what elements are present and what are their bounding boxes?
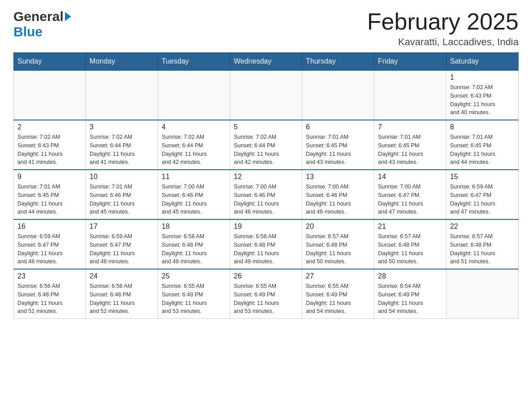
day-number: 7	[378, 123, 442, 131]
day-info: Sunrise: 7:02 AM Sunset: 6:44 PM Dayligh…	[162, 133, 226, 167]
day-number: 4	[162, 123, 226, 131]
table-row: 28Sunrise: 6:54 AM Sunset: 6:49 PM Dayli…	[374, 269, 446, 319]
day-info: Sunrise: 7:02 AM Sunset: 6:44 PM Dayligh…	[234, 133, 298, 167]
day-number: 10	[90, 173, 154, 181]
table-row: 14Sunrise: 7:00 AM Sunset: 6:47 PM Dayli…	[374, 170, 446, 219]
table-row: 16Sunrise: 6:59 AM Sunset: 6:47 PM Dayli…	[14, 219, 86, 269]
table-row: 24Sunrise: 6:56 AM Sunset: 6:48 PM Dayli…	[86, 269, 158, 319]
day-number: 6	[306, 123, 370, 131]
table-row: 2Sunrise: 7:02 AM Sunset: 6:43 PM Daylig…	[14, 120, 86, 170]
day-info: Sunrise: 7:02 AM Sunset: 6:43 PM Dayligh…	[17, 133, 82, 167]
day-info: Sunrise: 7:01 AM Sunset: 6:45 PM Dayligh…	[450, 133, 515, 167]
table-row: 3Sunrise: 7:02 AM Sunset: 6:44 PM Daylig…	[86, 120, 158, 170]
day-number: 9	[17, 173, 82, 181]
day-info: Sunrise: 7:01 AM Sunset: 6:45 PM Dayligh…	[306, 133, 370, 167]
table-row: 23Sunrise: 6:56 AM Sunset: 6:48 PM Dayli…	[14, 269, 86, 319]
table-row: 13Sunrise: 7:00 AM Sunset: 6:46 PM Dayli…	[302, 170, 374, 219]
day-number: 20	[306, 223, 370, 231]
day-number: 12	[234, 173, 298, 181]
day-info: Sunrise: 6:54 AM Sunset: 6:49 PM Dayligh…	[378, 282, 442, 316]
header-sunday: Sunday	[14, 53, 86, 71]
page-header: General Blue February 2025 Kavaratti, La…	[13, 9, 519, 48]
table-row: 12Sunrise: 7:00 AM Sunset: 6:46 PM Dayli…	[230, 170, 302, 219]
header-wednesday: Wednesday	[230, 53, 302, 71]
table-row: 17Sunrise: 6:59 AM Sunset: 6:47 PM Dayli…	[86, 219, 158, 269]
table-row	[158, 70, 230, 120]
day-number: 5	[234, 123, 298, 131]
header-thursday: Thursday	[302, 53, 374, 71]
day-info: Sunrise: 6:55 AM Sunset: 6:49 PM Dayligh…	[306, 282, 370, 316]
day-number: 18	[162, 223, 226, 231]
table-row	[86, 70, 158, 120]
day-number: 14	[378, 173, 442, 181]
table-row: 27Sunrise: 6:55 AM Sunset: 6:49 PM Dayli…	[302, 269, 374, 319]
header-saturday: Saturday	[446, 53, 519, 71]
table-row	[302, 70, 374, 120]
day-number: 15	[450, 173, 515, 181]
calendar-table: Sunday Monday Tuesday Wednesday Thursday…	[13, 52, 519, 319]
day-info: Sunrise: 7:01 AM Sunset: 6:45 PM Dayligh…	[17, 183, 82, 216]
table-row: 18Sunrise: 6:58 AM Sunset: 6:48 PM Dayli…	[158, 219, 230, 269]
table-row	[374, 70, 446, 120]
table-row	[230, 70, 302, 120]
day-info: Sunrise: 6:55 AM Sunset: 6:49 PM Dayligh…	[162, 282, 226, 316]
logo-general-text: General	[13, 9, 71, 24]
table-row: 7Sunrise: 7:01 AM Sunset: 6:45 PM Daylig…	[374, 120, 446, 170]
calendar-week-row: 9Sunrise: 7:01 AM Sunset: 6:45 PM Daylig…	[14, 170, 519, 219]
calendar-week-row: 2Sunrise: 7:02 AM Sunset: 6:43 PM Daylig…	[14, 120, 519, 170]
day-number: 19	[234, 223, 298, 231]
header-tuesday: Tuesday	[158, 53, 230, 71]
table-row: 26Sunrise: 6:55 AM Sunset: 6:49 PM Dayli…	[230, 269, 302, 319]
calendar-title: February 2025	[367, 9, 519, 34]
day-info: Sunrise: 7:01 AM Sunset: 6:45 PM Dayligh…	[378, 133, 442, 167]
table-row: 15Sunrise: 6:59 AM Sunset: 6:47 PM Dayli…	[446, 170, 519, 219]
table-row: 10Sunrise: 7:01 AM Sunset: 6:46 PM Dayli…	[86, 170, 158, 219]
day-info: Sunrise: 6:58 AM Sunset: 6:48 PM Dayligh…	[234, 232, 298, 266]
day-number: 22	[450, 223, 515, 231]
table-row: 25Sunrise: 6:55 AM Sunset: 6:49 PM Dayli…	[158, 269, 230, 319]
day-number: 23	[17, 272, 82, 280]
table-row	[446, 269, 519, 319]
day-number: 11	[162, 173, 226, 181]
day-info: Sunrise: 7:00 AM Sunset: 6:46 PM Dayligh…	[234, 183, 298, 216]
day-info: Sunrise: 7:00 AM Sunset: 6:47 PM Dayligh…	[378, 183, 442, 216]
day-number: 25	[162, 272, 226, 280]
table-row: 19Sunrise: 6:58 AM Sunset: 6:48 PM Dayli…	[230, 219, 302, 269]
header-monday: Monday	[86, 53, 158, 71]
day-info: Sunrise: 7:01 AM Sunset: 6:46 PM Dayligh…	[90, 183, 154, 216]
day-info: Sunrise: 7:02 AM Sunset: 6:44 PM Dayligh…	[90, 133, 154, 167]
table-row: 9Sunrise: 7:01 AM Sunset: 6:45 PM Daylig…	[14, 170, 86, 219]
day-number: 28	[378, 272, 442, 280]
calendar-week-row: 23Sunrise: 6:56 AM Sunset: 6:48 PM Dayli…	[14, 269, 519, 319]
day-number: 21	[378, 223, 442, 231]
day-info: Sunrise: 7:02 AM Sunset: 6:43 PM Dayligh…	[450, 83, 515, 117]
day-info: Sunrise: 6:57 AM Sunset: 6:48 PM Dayligh…	[306, 232, 370, 266]
header-friday: Friday	[374, 53, 446, 71]
day-info: Sunrise: 6:55 AM Sunset: 6:49 PM Dayligh…	[234, 282, 298, 316]
calendar-week-row: 1Sunrise: 7:02 AM Sunset: 6:43 PM Daylig…	[14, 70, 519, 120]
day-info: Sunrise: 6:59 AM Sunset: 6:47 PM Dayligh…	[450, 183, 515, 216]
table-row: 21Sunrise: 6:57 AM Sunset: 6:48 PM Dayli…	[374, 219, 446, 269]
day-number: 16	[17, 223, 82, 231]
table-row: 22Sunrise: 6:57 AM Sunset: 6:48 PM Dayli…	[446, 219, 519, 269]
table-row: 5Sunrise: 7:02 AM Sunset: 6:44 PM Daylig…	[230, 120, 302, 170]
day-number: 3	[90, 123, 154, 131]
day-number: 1	[450, 73, 515, 81]
logo: General Blue	[13, 9, 71, 39]
calendar-subtitle: Kavaratti, Laccadives, India	[367, 36, 519, 48]
table-row: 4Sunrise: 7:02 AM Sunset: 6:44 PM Daylig…	[158, 120, 230, 170]
day-info: Sunrise: 6:57 AM Sunset: 6:48 PM Dayligh…	[378, 232, 442, 266]
day-number: 17	[90, 223, 154, 231]
logo-arrow-icon	[65, 12, 71, 21]
calendar-week-row: 16Sunrise: 6:59 AM Sunset: 6:47 PM Dayli…	[14, 219, 519, 269]
calendar-header-row: Sunday Monday Tuesday Wednesday Thursday…	[14, 53, 519, 71]
table-row: 1Sunrise: 7:02 AM Sunset: 6:43 PM Daylig…	[446, 70, 519, 120]
table-row: 8Sunrise: 7:01 AM Sunset: 6:45 PM Daylig…	[446, 120, 519, 170]
day-info: Sunrise: 6:56 AM Sunset: 6:48 PM Dayligh…	[90, 282, 154, 316]
day-number: 27	[306, 272, 370, 280]
day-info: Sunrise: 6:58 AM Sunset: 6:48 PM Dayligh…	[162, 232, 226, 266]
day-number: 26	[234, 272, 298, 280]
day-number: 8	[450, 123, 515, 131]
day-info: Sunrise: 6:59 AM Sunset: 6:47 PM Dayligh…	[17, 232, 82, 266]
day-number: 2	[17, 123, 82, 131]
